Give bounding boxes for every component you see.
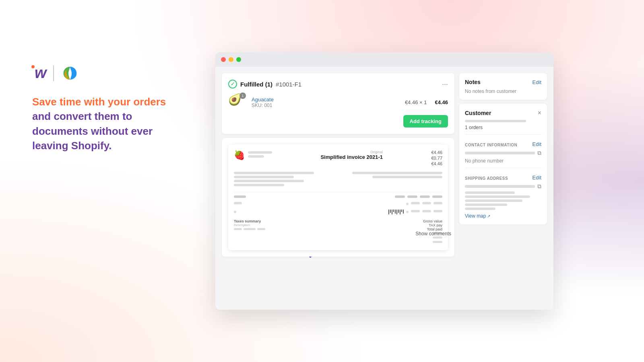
invoice-card: 🍓 Original Simplified invoice 2021-1: [222, 138, 454, 257]
th-sk-4: [420, 195, 430, 198]
td-sk-2: [411, 202, 420, 204]
th-sk-1: [234, 195, 246, 198]
customer-title: Customer: [465, 110, 491, 116]
invoice-right-info: [342, 172, 442, 188]
notes-text: No notes from customer: [465, 88, 541, 94]
invoice-inner: 🍓 Original Simplified invoice 2021-1: [228, 144, 448, 250]
invoice-table: [234, 192, 442, 216]
ts-sk-2: [244, 228, 256, 230]
fulfilled-header: ✓ Fulfilled (1) #1001-F1 ···: [228, 80, 448, 88]
browser-window: ✓ Fulfilled (1) #1001-F1 ··· 1 🥑 Aguacat…: [215, 52, 553, 310]
notes-edit-link[interactable]: Edit: [533, 79, 541, 85]
traffic-light-yellow[interactable]: [229, 57, 233, 62]
invoice-left-info: [234, 172, 334, 188]
notes-title: Notes: [465, 79, 481, 85]
addr-sk-c: [465, 200, 522, 202]
tagline: Save time with your orders and convert t…: [32, 95, 185, 153]
logo-w: w: [32, 64, 47, 82]
invoice-original-label: Original: [320, 150, 383, 154]
addr-sk-d: [465, 204, 507, 206]
fulfilled-title: ✓ Fulfilled (1) #1001-F1: [228, 80, 301, 88]
td-sk-3: [422, 202, 431, 204]
bc-dot: [234, 211, 236, 213]
invoice-price-1: €4.46: [431, 150, 442, 155]
bc-sk-1: [411, 210, 420, 212]
invoice-logo-emoji: 🍓: [234, 150, 245, 160]
fulfilled-label: Fulfilled (1): [240, 81, 272, 88]
shipping-edit-link[interactable]: Edit: [533, 175, 541, 181]
product-row: 1 🥑 Aguacate SKU: 001 €4.46 × 1 €4.46: [228, 94, 448, 110]
paid-val-sk: [433, 241, 442, 243]
tax-pay-label: TAX pay: [423, 223, 442, 227]
check-circle-icon: ✓: [228, 80, 237, 88]
td-sk-4: [433, 202, 442, 204]
product-name[interactable]: Aguacate: [252, 97, 401, 103]
bc-sk-2: [422, 210, 431, 212]
addr-sk-a: [465, 191, 515, 194]
shipping-address-row-1: ⧉: [465, 183, 541, 190]
company-sub-skeleton: [248, 155, 264, 158]
product-unit-price: €4.46 × 1: [405, 99, 427, 105]
external-link-icon: ↗: [487, 214, 490, 218]
invoice-tax-summary: Taxes summary Description: [234, 219, 265, 232]
product-info: Aguacate SKU: 001: [248, 97, 401, 108]
th-sk-5: [432, 195, 442, 198]
tagline-line1: Save time with your orders: [32, 96, 166, 108]
no-phone-text: No phone number: [465, 158, 541, 164]
invoice-address-area: [234, 172, 442, 188]
logo-row: w: [32, 64, 185, 82]
gross-label: Gross value: [423, 219, 442, 223]
order-panel: ✓ Fulfilled (1) #1001-F1 ··· 1 🥑 Aguacat…: [222, 73, 454, 303]
addr-sk-3: [234, 180, 304, 182]
logo-divider: [53, 65, 54, 81]
tagline-line4: leaving Shopify.: [32, 140, 111, 152]
contact-email-row: ⧉: [465, 150, 541, 156]
address-lines: [465, 191, 541, 210]
bc-sk-3: [433, 210, 442, 212]
ts-sk-3: [257, 228, 265, 230]
product-sku: SKU: 001: [252, 103, 401, 108]
invoice-area: 🍓 Original Simplified invoice 2021-1: [222, 138, 454, 303]
copy-address-icon[interactable]: ⧉: [537, 183, 541, 190]
customer-close-icon[interactable]: ×: [538, 109, 541, 117]
logo-leaf: [60, 65, 80, 81]
invoice-header: 🍓 Original Simplified invoice 2021-1: [234, 150, 442, 167]
more-options-icon[interactable]: ···: [442, 80, 448, 88]
product-image-wrap: 1 🥑: [228, 94, 244, 110]
addr-sk-b: [465, 195, 530, 198]
customer-name-skeleton: [465, 120, 526, 122]
invoice-price-2: €0.77: [431, 156, 442, 160]
show-comments[interactable]: Show comments: [415, 231, 451, 237]
product-quantity-badge: 1: [239, 93, 246, 99]
invoice-title: Simplified invoice 2021-1: [320, 154, 383, 160]
product-price-info: €4.46 × 1 €4.46: [405, 99, 448, 105]
addr-sk-e: [465, 208, 495, 210]
addr-sk-4: [234, 184, 284, 186]
td-sk-1: [234, 202, 242, 204]
table-data-row-1: [234, 202, 442, 206]
view-map-link[interactable]: View map ↗: [465, 213, 541, 219]
tagline-line2: and convert them to: [32, 110, 132, 122]
barcode-row: [234, 208, 442, 216]
company-name-skeleton: [248, 151, 272, 154]
order-id: #1001-F1: [276, 81, 301, 88]
contact-edit-link[interactable]: Edit: [533, 141, 541, 147]
add-tracking-button[interactable]: Add tracking: [403, 115, 448, 128]
fulfilled-card: ✓ Fulfilled (1) #1001-F1 ··· 1 🥑 Aguacat…: [222, 73, 454, 134]
browser-content: ✓ Fulfilled (1) #1001-F1 ··· 1 🥑 Aguacat…: [215, 67, 553, 310]
traffic-light-red[interactable]: [221, 57, 226, 62]
invoice-title-block: Original Simplified invoice 2021-1: [320, 150, 383, 160]
copy-email-icon[interactable]: ⧉: [537, 150, 541, 156]
bc-dot-2: [406, 211, 409, 213]
th-sk-2: [395, 195, 405, 198]
invoice-price-3: €4.46: [431, 161, 442, 166]
shipping-section-header: SHIPPING ADDRESS Edit: [465, 172, 541, 183]
addr-sk-2: [234, 176, 294, 178]
invoice-logo: 🍓: [234, 150, 272, 160]
notes-header: Notes Edit: [465, 79, 541, 85]
inv-right-sk-2: [372, 176, 442, 178]
traffic-light-green[interactable]: [236, 57, 241, 62]
left-panel: w Save time with your orders and convert…: [32, 64, 185, 153]
invoice-prices: €4.46 €0.77 €4.46: [431, 150, 442, 167]
right-sidebar: Notes Edit No notes from customer Custom…: [459, 73, 547, 303]
